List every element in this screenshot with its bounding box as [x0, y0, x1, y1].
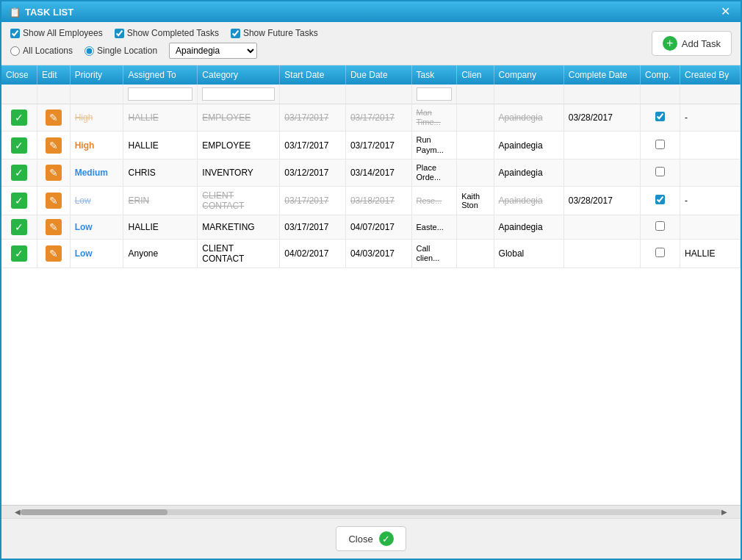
show-future-tasks-label[interactable]: Show Future Tasks	[231, 28, 318, 38]
all-locations-label[interactable]: All Locations	[10, 46, 73, 56]
filter-task[interactable]	[411, 85, 457, 104]
table-row: ✓✎MediumCHRISINVENTORY03/12/201703/14/20…	[1, 159, 741, 186]
scrollbar-track[interactable]	[21, 509, 721, 515]
show-completed-tasks-label[interactable]: Show Completed Tasks	[115, 28, 219, 38]
window-close-button[interactable]: ✕	[718, 6, 733, 18]
single-location-radio[interactable]	[84, 46, 94, 56]
filter-category-input[interactable]	[202, 87, 275, 101]
close-task-button[interactable]: ✓	[11, 110, 27, 126]
row-task: Easte...	[411, 215, 457, 240]
col-header-company: Company	[494, 65, 563, 85]
scrollbar-thumb[interactable]	[21, 509, 168, 515]
row-close-cell[interactable]: ✓	[1, 159, 37, 186]
row-assigned: Anyone	[123, 240, 198, 268]
close-task-button[interactable]: ✓	[11, 137, 27, 154]
row-complete-date	[563, 132, 640, 159]
row-category: CLIENT CONTACT	[198, 187, 280, 215]
row-edit-cell[interactable]: ✎	[37, 132, 70, 159]
filter-close	[1, 85, 37, 104]
close-task-button[interactable]: ✓	[11, 245, 27, 262]
edit-task-button[interactable]: ✎	[46, 245, 62, 262]
table-container[interactable]: Close Edit Priority Assigned To Category…	[1, 65, 741, 505]
edit-task-button[interactable]: ✎	[46, 219, 62, 235]
show-all-employees-checkbox[interactable]	[10, 29, 20, 38]
show-future-tasks-checkbox[interactable]	[231, 29, 240, 38]
scroll-right-arrow[interactable]: ▶	[721, 508, 727, 516]
edit-task-button[interactable]: ✎	[46, 193, 62, 209]
row-priority: Low	[70, 187, 123, 215]
col-header-due: Due Date	[345, 65, 411, 85]
col-header-task: Task	[411, 65, 457, 85]
close-task-button[interactable]: ✓	[11, 165, 27, 181]
row-close-cell[interactable]: ✓	[1, 215, 37, 240]
all-locations-text: All Locations	[23, 46, 73, 56]
show-all-employees-label[interactable]: Show All Employees	[10, 28, 103, 38]
show-future-tasks-text: Show Future Tasks	[243, 28, 318, 38]
row-comp-checkbox[interactable]	[655, 195, 665, 204]
add-task-button[interactable]: + Add Task	[652, 31, 732, 56]
row-priority: High	[70, 132, 123, 159]
filter-assigned[interactable]	[123, 85, 198, 104]
row-comp-checkbox[interactable]	[655, 140, 665, 149]
row-close-cell[interactable]: ✓	[1, 240, 37, 268]
filter-category[interactable]	[198, 85, 280, 104]
col-header-client: Clien	[457, 65, 494, 85]
row-complete-date	[563, 159, 640, 186]
row-comp-checkbox[interactable]	[655, 167, 665, 176]
row-edit-cell[interactable]: ✎	[37, 187, 70, 215]
add-task-label: Add Task	[682, 38, 721, 49]
col-header-priority: Priority	[70, 65, 123, 85]
row-comp-checkbox-cell[interactable]	[640, 187, 680, 215]
edit-task-button[interactable]: ✎	[46, 110, 62, 126]
row-comp-checkbox-cell[interactable]	[640, 104, 680, 132]
row-edit-cell[interactable]: ✎	[37, 240, 70, 268]
row-created-by: -	[680, 104, 741, 132]
col-header-comp: Comp.	[640, 65, 680, 85]
single-location-label[interactable]: Single Location	[84, 46, 157, 56]
row-start-date: 03/17/2017	[280, 104, 346, 132]
row-assigned: HALLIE	[123, 104, 198, 132]
location-select[interactable]: Apaindegia	[169, 43, 257, 59]
row-created-by: HALLIE	[680, 240, 741, 268]
table-header-row: Close Edit Priority Assigned To Category…	[1, 65, 741, 85]
all-locations-radio[interactable]	[10, 46, 20, 56]
row-priority: High	[70, 104, 123, 132]
row-comp-checkbox-cell[interactable]	[640, 132, 680, 159]
row-close-cell[interactable]: ✓	[1, 132, 37, 159]
filter-task-input[interactable]	[417, 87, 453, 101]
row-category: MARKETING	[198, 215, 280, 240]
row-edit-cell[interactable]: ✎	[37, 159, 70, 186]
row-comp-checkbox-cell[interactable]	[640, 159, 680, 186]
close-task-button[interactable]: ✓	[11, 193, 27, 209]
row-assigned: HALLIE	[123, 132, 198, 159]
filter-assigned-input[interactable]	[128, 87, 192, 101]
scroll-left-arrow[interactable]: ◀	[15, 508, 21, 516]
row-comp-checkbox[interactable]	[655, 112, 665, 121]
horizontal-scrollbar[interactable]: ◀ ▶	[1, 505, 741, 518]
row-due-date: 04/03/2017	[345, 240, 411, 268]
row-complete-date	[563, 215, 640, 240]
row-start-date: 03/17/2017	[280, 187, 346, 215]
bottom-bar: Close ✓	[1, 518, 741, 559]
row-created-by	[680, 159, 741, 186]
row-task: Call clien...	[411, 240, 457, 268]
table-row: ✓✎LowAnyoneCLIENT CONTACT04/02/201704/03…	[1, 240, 741, 268]
row-comp-checkbox[interactable]	[655, 221, 665, 231]
row-edit-cell[interactable]: ✎	[37, 104, 70, 132]
row-close-cell[interactable]: ✓	[1, 104, 37, 132]
row-close-cell[interactable]: ✓	[1, 187, 37, 215]
close-bottom-button[interactable]: Close ✓	[336, 526, 406, 551]
col-header-edit: Edit	[37, 65, 70, 85]
row-company: Apaindegia	[494, 104, 563, 132]
row-comp-checkbox-cell[interactable]	[640, 240, 680, 268]
row-assigned: HALLIE	[123, 215, 198, 240]
row-comp-checkbox-cell[interactable]	[640, 215, 680, 240]
row-edit-cell[interactable]: ✎	[37, 215, 70, 240]
show-completed-tasks-checkbox[interactable]	[115, 29, 124, 38]
row-comp-checkbox[interactable]	[655, 248, 665, 257]
row-complete-date	[563, 240, 640, 268]
edit-task-button[interactable]: ✎	[46, 137, 62, 154]
close-task-button[interactable]: ✓	[11, 219, 27, 235]
edit-task-button[interactable]: ✎	[46, 165, 62, 181]
filter-start	[280, 85, 346, 104]
